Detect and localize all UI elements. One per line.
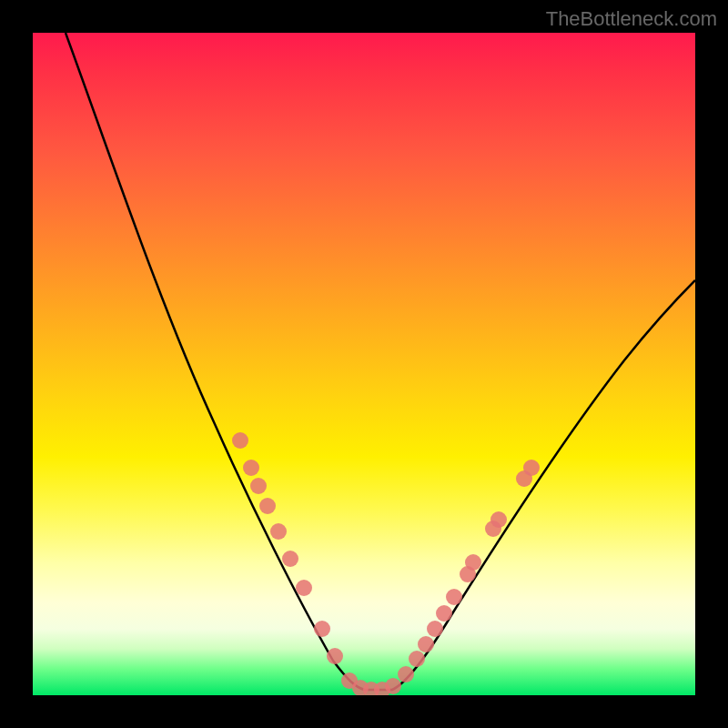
marker xyxy=(296,580,312,596)
marker xyxy=(465,554,481,571)
chart-svg xyxy=(33,33,695,695)
marker xyxy=(270,523,287,540)
bottleneck-curve xyxy=(66,33,695,690)
marker xyxy=(418,636,434,652)
marker xyxy=(436,605,452,622)
marker xyxy=(446,589,462,605)
marker xyxy=(314,621,330,637)
marker xyxy=(398,666,414,682)
marker xyxy=(243,460,259,476)
plot-area xyxy=(33,33,695,695)
data-markers xyxy=(232,432,540,695)
marker xyxy=(327,648,343,664)
marker xyxy=(232,432,248,449)
marker xyxy=(523,460,540,476)
marker xyxy=(409,651,425,667)
marker xyxy=(427,621,443,637)
watermark: TheBottleneck.com xyxy=(546,7,717,31)
marker xyxy=(385,678,401,694)
marker xyxy=(490,511,507,528)
marker xyxy=(259,498,276,514)
marker xyxy=(250,478,267,494)
marker xyxy=(282,551,298,567)
